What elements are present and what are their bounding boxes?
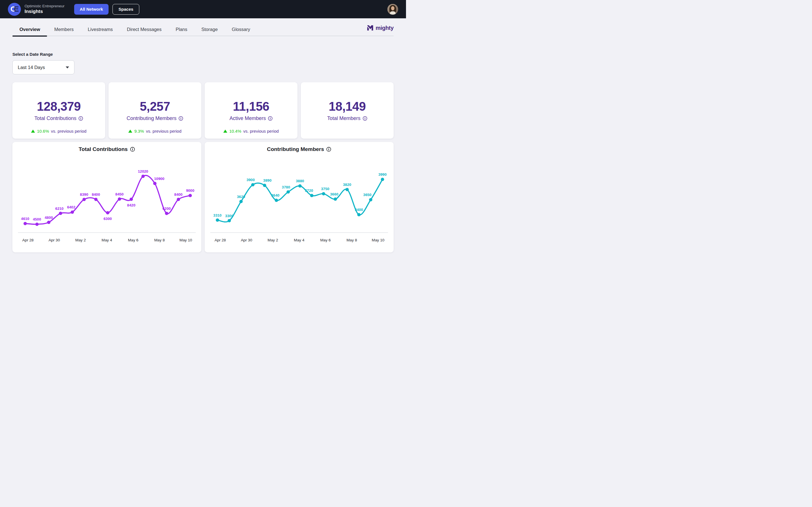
svg-text:3720: 3720: [305, 188, 313, 193]
svg-text:May 10: May 10: [371, 238, 384, 242]
tab-label: Direct Messages: [127, 27, 161, 32]
svg-text:May 6: May 6: [128, 238, 139, 242]
stat-label-text: Active Members: [230, 115, 266, 121]
mighty-logo-icon: [367, 24, 373, 31]
svg-text:3990: 3990: [378, 172, 387, 177]
svg-text:8400: 8400: [174, 192, 183, 196]
stat-card-active-members: 11,156 Active Members 10.4% vs. previous…: [205, 82, 297, 138]
active-tab-indicator: [12, 36, 47, 37]
mighty-brand: mighty: [367, 24, 394, 31]
spaces-button[interactable]: Spaces: [112, 4, 139, 15]
info-icon[interactable]: [179, 116, 183, 121]
stat-card-contributing-members: 5,257 Contributing Members 9.3% vs. prev…: [109, 82, 201, 138]
svg-text:Apr 28: Apr 28: [22, 238, 34, 242]
svg-text:3310: 3310: [213, 213, 221, 217]
svg-text:Apr 30: Apr 30: [49, 238, 60, 242]
stat-label: Active Members: [230, 115, 273, 121]
tab-livestreams[interactable]: Livestreams: [81, 23, 120, 36]
date-range-select[interactable]: Last 14 Days: [12, 60, 74, 74]
svg-text:May 8: May 8: [154, 238, 165, 242]
svg-text:6200: 6200: [162, 207, 170, 211]
svg-text:9000: 9000: [186, 188, 194, 193]
tab-overview[interactable]: Overview: [12, 23, 47, 36]
delta-up-icon: [31, 129, 35, 133]
svg-text:10900: 10900: [154, 177, 164, 181]
chart-title-text: Total Contributions: [79, 146, 128, 152]
stat-label: Total Members: [327, 115, 367, 121]
avatar-torso: [390, 11, 396, 15]
section-tabs: Overview Members Livestreams Direct Mess…: [0, 18, 406, 36]
stat-card-total-contributions: 128,379 Total Contributions 10.6% vs. pr…: [12, 82, 105, 138]
stat-label-text: Contributing Members: [126, 115, 176, 121]
chart-card-total-contributions: Total Contributions Apr 28Apr 30May 2May…: [12, 142, 201, 252]
network-logo-icon: O E: [8, 3, 21, 16]
svg-text:4500: 4500: [33, 217, 41, 221]
scope-switcher: All Network Spaces: [74, 4, 139, 15]
line-chart-total-contributions: Apr 28Apr 30May 2May 4May 6May 8May 1046…: [16, 154, 198, 251]
chart-title: Total Contributions: [16, 144, 198, 154]
svg-text:3780: 3780: [282, 185, 290, 189]
stats-row: 128,379 Total Contributions 10.6% vs. pr…: [12, 82, 394, 138]
svg-text:3400: 3400: [355, 208, 363, 212]
stat-label: Total Contributions: [35, 115, 83, 121]
svg-text:8400: 8400: [92, 192, 100, 196]
svg-text:4800: 4800: [45, 216, 53, 220]
svg-text:May 2: May 2: [267, 238, 278, 242]
svg-text:6210: 6210: [55, 207, 63, 211]
delta-percent: 10.6%: [37, 129, 49, 133]
svg-text:May 4: May 4: [101, 238, 112, 242]
info-icon[interactable]: [130, 147, 135, 152]
tab-storage[interactable]: Storage: [194, 23, 225, 36]
stat-label: Contributing Members: [126, 115, 183, 121]
svg-text:8420: 8420: [127, 203, 135, 207]
delta-up-icon: [128, 129, 132, 133]
chevron-down-icon: [66, 66, 69, 68]
svg-text:6300: 6300: [103, 217, 112, 221]
svg-text:3620: 3620: [237, 194, 245, 199]
info-icon[interactable]: [363, 116, 367, 121]
svg-text:8450: 8450: [115, 192, 123, 196]
svg-text:6402: 6402: [67, 205, 75, 209]
user-avatar[interactable]: [388, 4, 398, 15]
tab-members[interactable]: Members: [47, 23, 81, 36]
stat-value: 128,379: [37, 100, 81, 113]
svg-text:3900: 3900: [246, 178, 255, 182]
svg-text:3300: 3300: [225, 214, 233, 218]
all-network-button[interactable]: All Network: [74, 4, 109, 15]
stat-card-total-members: 18,149 Total Members vs. previous period: [301, 82, 394, 138]
stat-label-text: Total Contributions: [35, 115, 77, 121]
network-name: Optimistic Entrepreneur: [24, 4, 64, 8]
delta-percent: 10.4%: [229, 129, 241, 133]
tab-label: Livestreams: [88, 27, 113, 32]
stat-value: 5,257: [140, 100, 170, 113]
tab-label: Overview: [19, 27, 40, 32]
top-bar: O E Optimistic Entrepreneur Insights All…: [0, 0, 406, 18]
tab-label: Members: [54, 27, 73, 32]
tab-label: Storage: [201, 27, 218, 32]
svg-text:3890: 3890: [263, 178, 271, 182]
delta-suffix: vs. previous period: [146, 129, 182, 133]
stat-delta: 9.3% vs. previous period: [128, 129, 181, 133]
svg-text:3880: 3880: [296, 179, 304, 183]
svg-text:3640: 3640: [271, 193, 280, 198]
info-icon[interactable]: [79, 116, 83, 121]
svg-text:3820: 3820: [343, 182, 351, 187]
line-chart-contributing-members: Apr 28Apr 30May 2May 4May 6May 8May 1033…: [208, 154, 390, 251]
tab-plans[interactable]: Plans: [168, 23, 194, 36]
svg-text:May 10: May 10: [179, 238, 192, 242]
svg-text:Apr 30: Apr 30: [241, 238, 252, 242]
tab-label: Plans: [175, 27, 187, 32]
svg-text:3660: 3660: [330, 192, 338, 196]
tab-direct-messages[interactable]: Direct Messages: [120, 23, 168, 36]
info-icon[interactable]: [268, 116, 273, 121]
chart-title: Contributing Members: [208, 144, 390, 154]
tab-label: Glossary: [232, 27, 250, 32]
date-range-label: Select a Date Range: [12, 52, 394, 57]
chart-title-text: Contributing Members: [267, 146, 324, 152]
svg-text:4610: 4610: [21, 217, 29, 221]
tab-glossary[interactable]: Glossary: [225, 23, 257, 36]
info-icon[interactable]: [326, 147, 331, 152]
svg-text:8390: 8390: [80, 192, 88, 196]
svg-text:3650: 3650: [363, 193, 371, 197]
svg-text:May 6: May 6: [320, 238, 331, 242]
